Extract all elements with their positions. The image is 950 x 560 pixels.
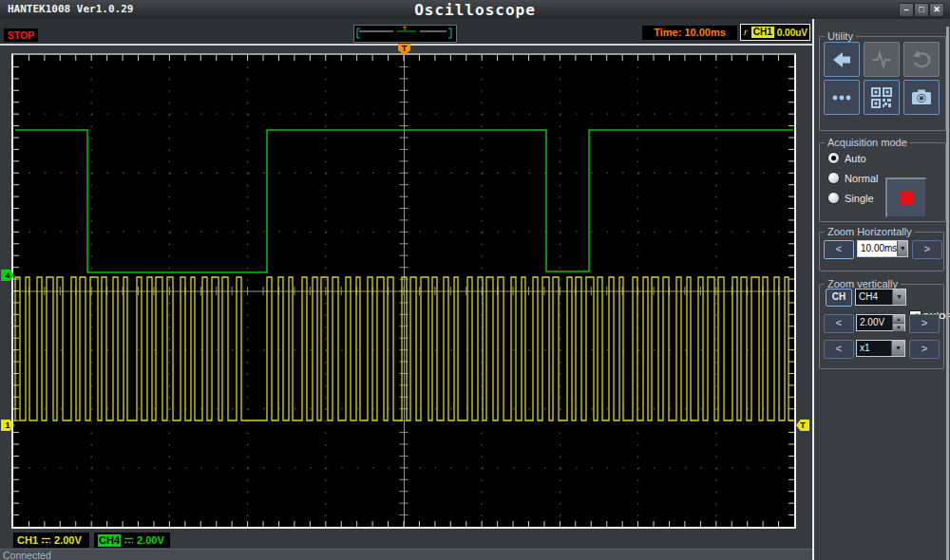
radio-normal[interactable]: Normal — [827, 172, 878, 184]
chevron-down-icon[interactable]: ▼ — [891, 341, 904, 356]
screenshot-button[interactable] — [903, 80, 940, 115]
zoom-horizontal-group: Zoom Horizontally < 10.00ms ▼ > — [819, 232, 944, 271]
undo-arrow-icon — [910, 49, 933, 70]
control-panel: Utility — [812, 19, 950, 560]
ch4-label: CH4 — [98, 534, 121, 547]
chevron-down-icon[interactable]: ▼ — [897, 241, 907, 256]
more-button[interactable] — [824, 80, 860, 115]
timebase-increase-button[interactable]: > — [912, 240, 942, 259]
timebase-badge: Time: 10.00ms — [642, 26, 737, 40]
ch4-scale-value: 2.00V — [137, 534, 164, 546]
top-status-strip: STOP T Time: 10.00ms CH1 0.00uV — [0, 19, 812, 46]
multiplier-select[interactable]: x1 ▼ — [856, 340, 905, 357]
multiplier-increase-button[interactable]: > — [909, 340, 940, 359]
run-status-badge: STOP — [4, 28, 38, 42]
acquisition-group-label: Acquisition mode — [825, 137, 910, 148]
scale-decrease-button[interactable]: < — [824, 314, 854, 333]
zoom-horizontal-label: Zoom Horizontally — [825, 226, 915, 237]
radio-normal-circle[interactable] — [827, 172, 840, 184]
chevron-down-icon[interactable]: ▼ — [892, 289, 905, 305]
run-stop-button[interactable] — [885, 177, 927, 218]
trigger-info-box: CH1 0.00uV — [740, 24, 810, 41]
stop-square-icon — [901, 192, 913, 204]
minimize-button[interactable]: – — [899, 3, 914, 17]
radio-single-circle[interactable] — [827, 192, 840, 204]
timebase-value: 10.00ms — [858, 241, 897, 256]
channel-select[interactable]: CH4 ▼ — [855, 289, 906, 306]
status-bar: Connected 23-05-2020 09:46 — [0, 549, 950, 560]
radio-single-label: Single — [845, 193, 874, 204]
timebase-decrease-button[interactable]: < — [824, 240, 854, 259]
volt-scale-spinner[interactable]: 2.00V ▲▼ — [856, 314, 905, 331]
waveform-preview[interactable]: T — [353, 25, 457, 43]
spin-up-icon[interactable]: ▲ — [893, 315, 904, 324]
volt-scale-value: 2.00V — [857, 315, 892, 330]
maximize-button[interactable]: □ — [914, 3, 929, 17]
back-arrow-icon — [830, 49, 853, 70]
radio-auto-circle[interactable] — [827, 152, 840, 164]
zoom-vertical-group: Zoom vertically CH CH4 ▼ ✓ ON/OFF < 2.00… — [819, 284, 944, 369]
timebase-select[interactable]: 10.00ms ▼ — [857, 240, 908, 257]
pulse-icon — [870, 49, 893, 70]
undo-button[interactable] — [903, 42, 940, 77]
channel-select-value: CH4 — [856, 289, 892, 305]
radio-normal-label: Normal — [845, 173, 878, 184]
preview-waveform-icon: T — [354, 26, 454, 40]
utility-group: Utility — [819, 36, 946, 131]
close-button[interactable]: ✕ — [929, 3, 944, 17]
channel-button[interactable]: CH — [826, 289, 852, 307]
scale-increase-button[interactable]: > — [909, 314, 940, 333]
qr-code-button[interactable] — [864, 80, 900, 115]
title-bar: HANTEK1008 Ver1.0.29 Oscilloscope – □ ✕ — [0, 0, 950, 20]
utility-group-label: Utility — [825, 30, 856, 42]
ch1-scale-box[interactable]: CH1 2.00V — [13, 532, 89, 548]
back-button[interactable] — [824, 42, 860, 77]
ch1-label: CH1 — [17, 534, 38, 546]
window-title: Oscilloscope — [0, 1, 950, 19]
waveform-button[interactable] — [864, 42, 900, 77]
radio-auto-label: Auto — [845, 153, 866, 164]
ch1-scale-value: 2.00V — [54, 534, 82, 546]
connection-status: Connected — [3, 550, 51, 560]
ellipsis-icon — [830, 87, 853, 108]
panel-scrollbar[interactable] — [946, 27, 949, 560]
ch4-scale-box[interactable]: CH4 2.00V — [94, 532, 170, 548]
spin-down-icon[interactable]: ▼ — [893, 324, 904, 331]
multiplier-decrease-button[interactable]: < — [824, 340, 854, 359]
trigger-level-value: 0.00uV — [777, 28, 808, 38]
oscilloscope-app: HANTEK1008 Ver1.0.29 Oscilloscope – □ ✕ … — [0, 0, 950, 560]
qr-code-icon — [871, 87, 892, 108]
trigger-level-marker[interactable]: T — [796, 420, 809, 431]
radio-auto[interactable]: Auto — [827, 152, 866, 164]
radio-single[interactable]: Single — [827, 192, 874, 204]
multiplier-value: x1 — [857, 341, 891, 356]
dc-coupling-icon — [124, 536, 134, 545]
trigger-source-chip: CH1 — [751, 27, 774, 38]
scope-plot — [13, 55, 794, 527]
trigger-edge-icon — [743, 26, 749, 39]
acquisition-mode-group: Acquisition mode Auto Normal Single — [819, 142, 946, 222]
dc-coupling-icon — [41, 536, 51, 545]
spinner-buttons[interactable]: ▲▼ — [892, 315, 904, 330]
camera-icon — [910, 87, 933, 108]
svg-text:T: T — [403, 26, 407, 31]
